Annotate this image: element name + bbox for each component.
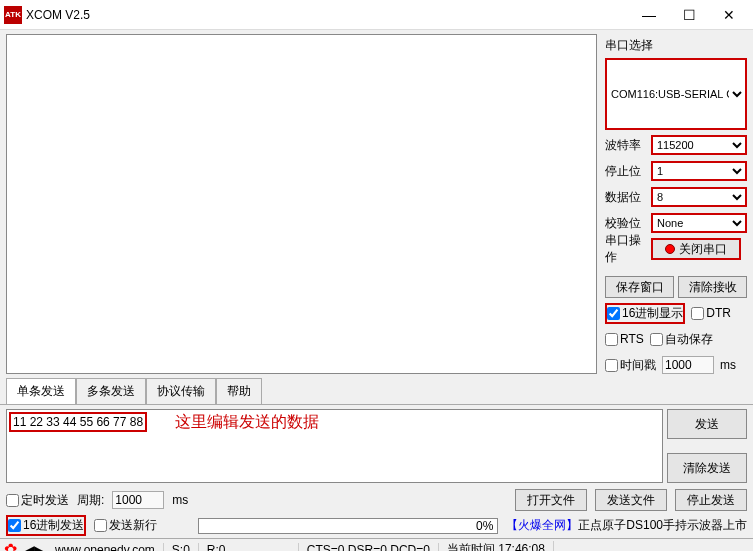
tab-protocol[interactable]: 协议传输 — [146, 378, 216, 404]
tab-help[interactable]: 帮助 — [216, 378, 262, 404]
timestamp-interval-input[interactable] — [662, 356, 714, 374]
tab-multi-send[interactable]: 多条发送 — [76, 378, 146, 404]
data-label: 数据位 — [605, 189, 645, 206]
send-file-button[interactable]: 发送文件 — [595, 489, 667, 511]
ad-link[interactable]: 【火爆全网】正点原子DS100手持示波器上市 — [506, 517, 747, 534]
tab-single-send[interactable]: 单条发送 — [6, 378, 76, 404]
send-annotation: 这里编辑发送的数据 — [175, 412, 319, 433]
timestamp-checkbox[interactable]: 时间戳 — [605, 357, 656, 374]
hex-send-checkbox[interactable]: 16进制发送 — [6, 515, 86, 536]
clear-rx-button[interactable]: 清除接收 — [678, 276, 747, 298]
status-time: 当前时间 17:46:08 — [439, 541, 554, 551]
newline-checkbox[interactable]: 发送新行 — [94, 517, 157, 534]
media-icon[interactable]: ◀▶ — [21, 543, 47, 552]
minimize-button[interactable]: — — [629, 1, 669, 29]
status-sent: S:0 — [164, 543, 199, 552]
period-label: 周期: — [77, 492, 104, 509]
port-toggle-button[interactable]: 关闭串口 — [651, 238, 741, 260]
port-select[interactable]: COM116:USB-SERIAL CH3 — [605, 58, 747, 130]
rts-checkbox[interactable]: RTS — [605, 332, 644, 346]
period-input[interactable] — [112, 491, 164, 509]
port-section-label: 串口选择 — [605, 36, 747, 54]
window-title: XCOM V2.5 — [26, 8, 629, 22]
parity-label: 校验位 — [605, 215, 645, 232]
status-lines: CTS=0 DSR=0 DCD=0 — [299, 543, 439, 552]
status-recv: R:0 — [199, 543, 299, 552]
stop-label: 停止位 — [605, 163, 645, 180]
clear-send-button[interactable]: 清除发送 — [667, 453, 747, 483]
send-data-text: 11 22 33 44 55 66 77 88 — [9, 412, 147, 432]
dtr-checkbox[interactable]: DTR — [691, 306, 731, 320]
receive-area[interactable] — [6, 34, 597, 374]
send-input[interactable]: 11 22 33 44 55 66 77 88 这里编辑发送的数据 — [6, 409, 663, 483]
record-icon — [665, 244, 675, 254]
app-logo: ATK — [4, 6, 22, 24]
close-button[interactable]: ✕ — [709, 1, 749, 29]
op-label: 串口操作 — [605, 232, 645, 266]
baud-select[interactable]: 115200 — [651, 135, 747, 155]
autosave-checkbox[interactable]: 自动保存 — [650, 331, 713, 348]
save-window-button[interactable]: 保存窗口 — [605, 276, 674, 298]
parity-select[interactable]: None — [651, 213, 747, 233]
maximize-button[interactable]: ☐ — [669, 1, 709, 29]
baud-label: 波特率 — [605, 137, 645, 154]
data-select[interactable]: 8 — [651, 187, 747, 207]
hex-display-checkbox[interactable]: 16进制显示 — [605, 303, 685, 324]
settings-icon[interactable]: ✿ — [0, 540, 21, 551]
status-url[interactable]: www.openedv.com — [47, 543, 164, 552]
stop-select[interactable]: 1 — [651, 161, 747, 181]
send-button[interactable]: 发送 — [667, 409, 747, 439]
send-progress: 0% — [198, 518, 498, 534]
stop-send-button[interactable]: 停止发送 — [675, 489, 747, 511]
open-file-button[interactable]: 打开文件 — [515, 489, 587, 511]
timed-send-checkbox[interactable]: 定时发送 — [6, 492, 69, 509]
